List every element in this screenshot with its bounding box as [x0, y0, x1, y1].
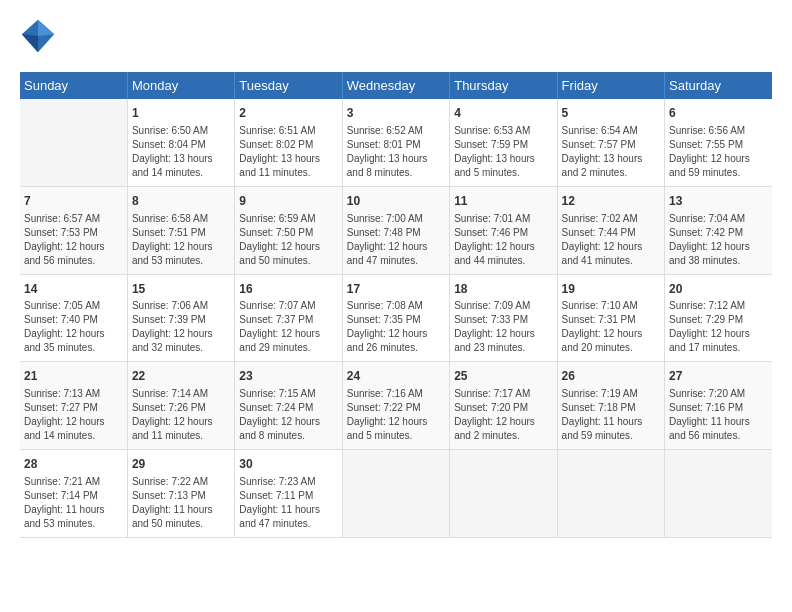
calendar-cell: 22Sunrise: 7:14 AM Sunset: 7:26 PM Dayli… [127, 362, 234, 450]
col-header-tuesday: Tuesday [235, 72, 342, 99]
day-info: Sunrise: 7:16 AM Sunset: 7:22 PM Dayligh… [347, 387, 445, 443]
calendar-cell: 24Sunrise: 7:16 AM Sunset: 7:22 PM Dayli… [342, 362, 449, 450]
day-info: Sunrise: 7:07 AM Sunset: 7:37 PM Dayligh… [239, 299, 337, 355]
week-row-5: 28Sunrise: 7:21 AM Sunset: 7:14 PM Dayli… [20, 450, 772, 538]
day-number: 3 [347, 105, 445, 122]
col-header-monday: Monday [127, 72, 234, 99]
calendar-cell: 26Sunrise: 7:19 AM Sunset: 7:18 PM Dayli… [557, 362, 664, 450]
day-info: Sunrise: 7:19 AM Sunset: 7:18 PM Dayligh… [562, 387, 660, 443]
calendar-cell: 6Sunrise: 6:56 AM Sunset: 7:55 PM Daylig… [665, 99, 772, 186]
day-info: Sunrise: 7:05 AM Sunset: 7:40 PM Dayligh… [24, 299, 123, 355]
day-info: Sunrise: 6:57 AM Sunset: 7:53 PM Dayligh… [24, 212, 123, 268]
day-number: 27 [669, 368, 768, 385]
day-info: Sunrise: 7:23 AM Sunset: 7:11 PM Dayligh… [239, 475, 337, 531]
day-number: 17 [347, 281, 445, 298]
calendar-cell: 23Sunrise: 7:15 AM Sunset: 7:24 PM Dayli… [235, 362, 342, 450]
calendar-cell: 2Sunrise: 6:51 AM Sunset: 8:02 PM Daylig… [235, 99, 342, 186]
day-info: Sunrise: 7:09 AM Sunset: 7:33 PM Dayligh… [454, 299, 552, 355]
calendar-cell: 16Sunrise: 7:07 AM Sunset: 7:37 PM Dayli… [235, 274, 342, 362]
calendar-cell [665, 450, 772, 538]
col-header-sunday: Sunday [20, 72, 127, 99]
calendar-cell: 27Sunrise: 7:20 AM Sunset: 7:16 PM Dayli… [665, 362, 772, 450]
calendar-cell: 21Sunrise: 7:13 AM Sunset: 7:27 PM Dayli… [20, 362, 127, 450]
day-info: Sunrise: 7:02 AM Sunset: 7:44 PM Dayligh… [562, 212, 660, 268]
calendar-cell: 17Sunrise: 7:08 AM Sunset: 7:35 PM Dayli… [342, 274, 449, 362]
day-info: Sunrise: 7:06 AM Sunset: 7:39 PM Dayligh… [132, 299, 230, 355]
calendar-cell: 18Sunrise: 7:09 AM Sunset: 7:33 PM Dayli… [450, 274, 557, 362]
calendar-cell: 28Sunrise: 7:21 AM Sunset: 7:14 PM Dayli… [20, 450, 127, 538]
day-number: 23 [239, 368, 337, 385]
day-info: Sunrise: 7:14 AM Sunset: 7:26 PM Dayligh… [132, 387, 230, 443]
week-row-3: 14Sunrise: 7:05 AM Sunset: 7:40 PM Dayli… [20, 274, 772, 362]
day-info: Sunrise: 6:53 AM Sunset: 7:59 PM Dayligh… [454, 124, 552, 180]
day-info: Sunrise: 7:17 AM Sunset: 7:20 PM Dayligh… [454, 387, 552, 443]
day-number: 9 [239, 193, 337, 210]
week-row-2: 7Sunrise: 6:57 AM Sunset: 7:53 PM Daylig… [20, 186, 772, 274]
day-number: 10 [347, 193, 445, 210]
day-info: Sunrise: 7:15 AM Sunset: 7:24 PM Dayligh… [239, 387, 337, 443]
day-info: Sunrise: 6:56 AM Sunset: 7:55 PM Dayligh… [669, 124, 768, 180]
day-info: Sunrise: 7:12 AM Sunset: 7:29 PM Dayligh… [669, 299, 768, 355]
col-header-thursday: Thursday [450, 72, 557, 99]
day-number: 26 [562, 368, 660, 385]
calendar-cell: 3Sunrise: 6:52 AM Sunset: 8:01 PM Daylig… [342, 99, 449, 186]
week-row-4: 21Sunrise: 7:13 AM Sunset: 7:27 PM Dayli… [20, 362, 772, 450]
calendar-cell: 9Sunrise: 6:59 AM Sunset: 7:50 PM Daylig… [235, 186, 342, 274]
day-number: 8 [132, 193, 230, 210]
calendar-cell: 20Sunrise: 7:12 AM Sunset: 7:29 PM Dayli… [665, 274, 772, 362]
day-number: 29 [132, 456, 230, 473]
day-number: 19 [562, 281, 660, 298]
calendar-cell [557, 450, 664, 538]
day-number: 21 [24, 368, 123, 385]
day-info: Sunrise: 7:08 AM Sunset: 7:35 PM Dayligh… [347, 299, 445, 355]
calendar-cell [450, 450, 557, 538]
col-header-friday: Friday [557, 72, 664, 99]
day-number: 22 [132, 368, 230, 385]
col-header-saturday: Saturday [665, 72, 772, 99]
day-number: 16 [239, 281, 337, 298]
day-info: Sunrise: 7:21 AM Sunset: 7:14 PM Dayligh… [24, 475, 123, 531]
calendar-cell: 19Sunrise: 7:10 AM Sunset: 7:31 PM Dayli… [557, 274, 664, 362]
calendar-cell: 25Sunrise: 7:17 AM Sunset: 7:20 PM Dayli… [450, 362, 557, 450]
day-info: Sunrise: 7:22 AM Sunset: 7:13 PM Dayligh… [132, 475, 230, 531]
calendar-cell: 12Sunrise: 7:02 AM Sunset: 7:44 PM Dayli… [557, 186, 664, 274]
day-info: Sunrise: 6:50 AM Sunset: 8:04 PM Dayligh… [132, 124, 230, 180]
calendar-cell [342, 450, 449, 538]
day-number: 1 [132, 105, 230, 122]
svg-marker-1 [38, 20, 54, 36]
calendar-cell: 29Sunrise: 7:22 AM Sunset: 7:13 PM Dayli… [127, 450, 234, 538]
calendar-table: SundayMondayTuesdayWednesdayThursdayFrid… [20, 72, 772, 538]
calendar-cell: 4Sunrise: 6:53 AM Sunset: 7:59 PM Daylig… [450, 99, 557, 186]
day-number: 24 [347, 368, 445, 385]
day-info: Sunrise: 6:59 AM Sunset: 7:50 PM Dayligh… [239, 212, 337, 268]
week-row-1: 1Sunrise: 6:50 AM Sunset: 8:04 PM Daylig… [20, 99, 772, 186]
day-number: 7 [24, 193, 123, 210]
day-info: Sunrise: 7:00 AM Sunset: 7:48 PM Dayligh… [347, 212, 445, 268]
calendar-cell: 15Sunrise: 7:06 AM Sunset: 7:39 PM Dayli… [127, 274, 234, 362]
day-number: 13 [669, 193, 768, 210]
calendar-cell [20, 99, 127, 186]
day-info: Sunrise: 6:52 AM Sunset: 8:01 PM Dayligh… [347, 124, 445, 180]
calendar-cell: 7Sunrise: 6:57 AM Sunset: 7:53 PM Daylig… [20, 186, 127, 274]
day-info: Sunrise: 7:01 AM Sunset: 7:46 PM Dayligh… [454, 212, 552, 268]
day-info: Sunrise: 7:10 AM Sunset: 7:31 PM Dayligh… [562, 299, 660, 355]
calendar-cell: 8Sunrise: 6:58 AM Sunset: 7:51 PM Daylig… [127, 186, 234, 274]
day-info: Sunrise: 6:54 AM Sunset: 7:57 PM Dayligh… [562, 124, 660, 180]
logo-icon [20, 18, 56, 54]
day-number: 25 [454, 368, 552, 385]
col-header-wednesday: Wednesday [342, 72, 449, 99]
day-number: 18 [454, 281, 552, 298]
day-number: 14 [24, 281, 123, 298]
day-number: 5 [562, 105, 660, 122]
day-info: Sunrise: 7:20 AM Sunset: 7:16 PM Dayligh… [669, 387, 768, 443]
day-info: Sunrise: 6:58 AM Sunset: 7:51 PM Dayligh… [132, 212, 230, 268]
day-number: 20 [669, 281, 768, 298]
calendar-cell: 11Sunrise: 7:01 AM Sunset: 7:46 PM Dayli… [450, 186, 557, 274]
calendar-cell: 14Sunrise: 7:05 AM Sunset: 7:40 PM Dayli… [20, 274, 127, 362]
calendar-cell: 10Sunrise: 7:00 AM Sunset: 7:48 PM Dayli… [342, 186, 449, 274]
day-info: Sunrise: 7:04 AM Sunset: 7:42 PM Dayligh… [669, 212, 768, 268]
page-header [20, 20, 772, 56]
day-info: Sunrise: 6:51 AM Sunset: 8:02 PM Dayligh… [239, 124, 337, 180]
day-number: 12 [562, 193, 660, 210]
day-number: 30 [239, 456, 337, 473]
